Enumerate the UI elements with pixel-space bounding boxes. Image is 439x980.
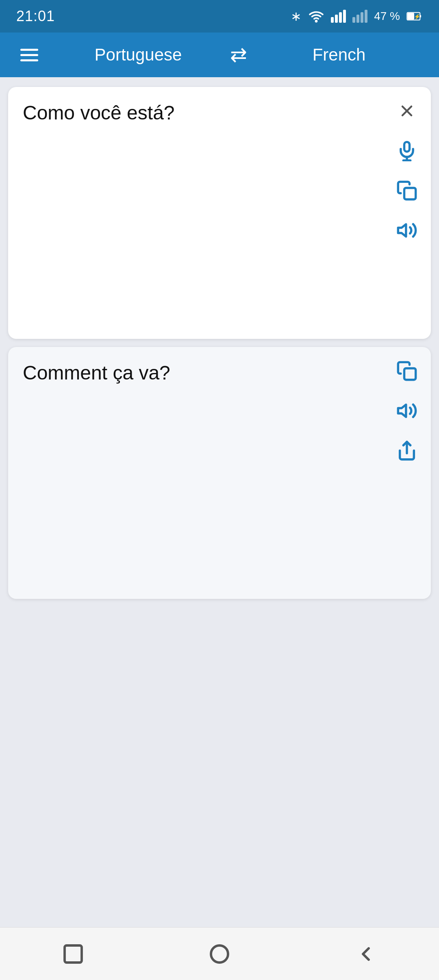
wifi-icon	[308, 9, 324, 24]
menu-line-3	[20, 59, 38, 61]
target-language[interactable]: French	[255, 45, 423, 65]
share-icon	[396, 440, 417, 461]
signal-icon	[331, 10, 346, 23]
square-icon	[62, 943, 85, 965]
bottom-nav	[0, 927, 439, 980]
svg-rect-9	[404, 188, 416, 199]
status-icons: ∗ 47 % ⚡	[291, 9, 423, 24]
source-card: Como você está?	[8, 87, 431, 339]
svg-text:⚡: ⚡	[414, 13, 420, 20]
status-bar: 21:01 ∗ 47 %	[0, 0, 439, 33]
close-icon	[398, 102, 416, 120]
recent-apps-button[interactable]	[53, 934, 93, 974]
toolbar: Portuguese ⇄ French	[0, 33, 439, 77]
copy-icon	[396, 360, 417, 382]
svg-marker-10	[398, 224, 406, 236]
copy-target-button[interactable]	[393, 357, 421, 385]
microphone-icon	[396, 140, 417, 161]
svg-rect-11	[404, 369, 416, 380]
svg-point-0	[316, 21, 317, 22]
copy-source-button[interactable]	[393, 176, 421, 205]
swap-languages-button[interactable]: ⇄	[222, 39, 255, 71]
speaker-icon	[396, 400, 417, 421]
back-button[interactable]	[346, 934, 386, 974]
status-time: 21:01	[16, 8, 55, 25]
target-card-actions	[393, 357, 421, 465]
svg-rect-14	[65, 945, 82, 963]
main-content: Como você está?	[0, 77, 439, 927]
svg-rect-2	[408, 13, 414, 20]
circle-icon	[208, 943, 231, 965]
menu-button[interactable]	[16, 45, 42, 65]
source-text[interactable]: Como você está?	[23, 102, 175, 124]
swap-arrows-icon: ⇄	[230, 43, 247, 67]
source-language[interactable]: Portuguese	[54, 45, 222, 65]
microphone-button[interactable]	[393, 137, 421, 165]
speaker-icon	[396, 220, 417, 241]
svg-rect-6	[404, 142, 410, 152]
svg-point-15	[211, 945, 228, 963]
bluetooth-icon: ∗	[291, 9, 302, 24]
menu-line-1	[20, 49, 38, 51]
home-button[interactable]	[199, 934, 240, 974]
menu-line-2	[20, 54, 38, 56]
speak-target-button[interactable]	[393, 397, 421, 425]
back-triangle-icon	[354, 943, 377, 965]
source-card-actions	[393, 97, 421, 245]
clear-button[interactable]	[393, 97, 421, 125]
battery-icon: ⚡	[406, 10, 423, 22]
share-button[interactable]	[393, 436, 421, 465]
battery-percentage: 47 %	[374, 10, 400, 23]
target-text: Comment ça va?	[23, 362, 170, 384]
speak-source-button[interactable]	[393, 216, 421, 245]
svg-marker-12	[398, 405, 406, 417]
copy-icon	[396, 180, 417, 201]
signal-icon-2	[352, 10, 367, 23]
target-card: Comment ça va?	[8, 347, 431, 599]
